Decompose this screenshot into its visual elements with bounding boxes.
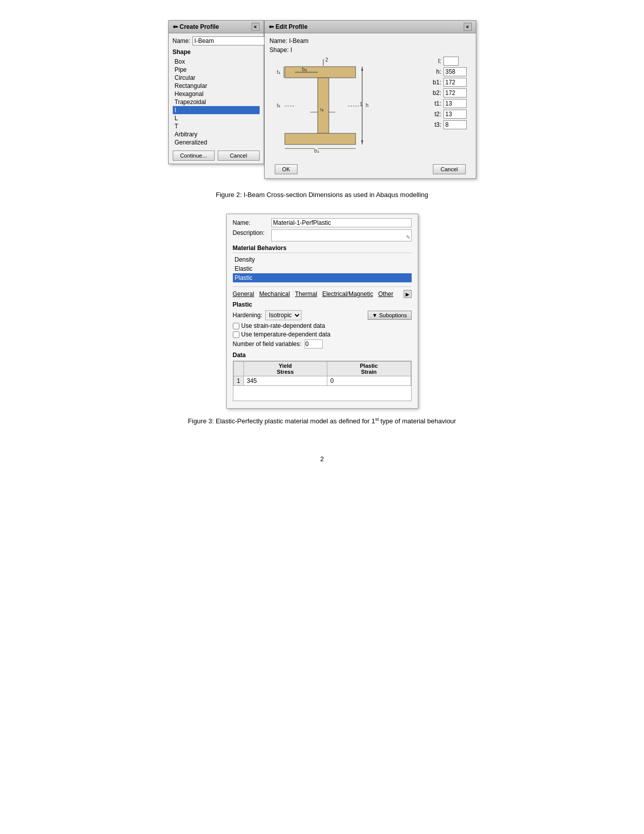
mat-field-vars-input[interactable]	[305, 339, 323, 349]
create-profile-title-left: ⬅ Create Profile	[173, 23, 219, 30]
mat-cb-temp[interactable]	[233, 331, 239, 338]
ibeam-svg: 2 b₂ 1 t₂ h t₃	[270, 57, 381, 158]
figure3-sup: st	[375, 417, 379, 422]
create-profile-titlebar: ⬅ Create Profile ×	[169, 21, 264, 33]
ep-ok-cancel: OK Cancel	[270, 164, 471, 174]
mat-data-table: YieldStress PlasticStrain 1 345 0	[233, 361, 411, 386]
cp-buttons: Continue... Cancel	[173, 151, 260, 161]
svg-rect-2	[285, 133, 356, 144]
ep-b2-label: b2:	[430, 89, 441, 96]
ep-params: l: h: b1: b2:	[430, 57, 471, 159]
mat-menu-other[interactable]: Other	[378, 290, 393, 298]
mat-row-num: 1	[233, 376, 243, 386]
mat-data-label: Data	[233, 352, 412, 359]
ep-h-label: h:	[430, 68, 441, 75]
material-body: Name: Description: ✎ Material Behaviors …	[227, 214, 418, 408]
ep-param-t3: t3:	[430, 120, 471, 129]
material-dialog: Name: Description: ✎ Material Behaviors …	[226, 214, 418, 409]
mat-cb-temp-label: Use temperature-dependent data	[241, 331, 331, 338]
svg-text:2: 2	[325, 57, 328, 63]
mat-checkbox-strain: Use strain-rate-dependent data	[233, 322, 412, 329]
ep-t1-input[interactable]	[443, 99, 467, 108]
svg-text:t₃: t₃	[320, 107, 324, 112]
ep-b1-input[interactable]	[443, 78, 467, 87]
create-profile-dialog: ⬅ Create Profile × Name: Shape Box Pipe …	[168, 20, 264, 164]
mat-menus: General Mechanical Thermal Electrical/Ma…	[233, 290, 393, 298]
dialogs-row: ⬅ Create Profile × Name: Shape Box Pipe …	[168, 20, 476, 179]
mat-menu-mechanical[interactable]: Mechanical	[259, 290, 290, 298]
mat-menu-bar: General Mechanical Thermal Electrical/Ma…	[233, 290, 412, 298]
ep-ok-btn[interactable]: OK	[275, 164, 298, 174]
cp-continue-btn[interactable]: Continue...	[173, 151, 215, 161]
cp-shape-hexagonal[interactable]: Hexagonal	[173, 90, 260, 98]
cp-shape-l[interactable]: L	[173, 114, 260, 122]
ep-body: Name: I-Beam Shape: I	[265, 33, 476, 178]
mat-hardening-select[interactable]: Isotropic	[265, 310, 302, 320]
mat-suboptions-btn[interactable]: ▼ Suboptions	[368, 311, 412, 320]
cp-shape-rectangular[interactable]: Rectangular	[173, 82, 260, 90]
edit-profile-close-btn[interactable]: ×	[464, 23, 472, 31]
ep-b1-label: b1:	[430, 79, 441, 86]
cp-cancel-btn[interactable]: Cancel	[218, 151, 260, 161]
cp-shape-circular[interactable]: Circular	[173, 74, 260, 82]
mat-menu-electrical[interactable]: Electrical/Magnetic	[322, 290, 373, 298]
create-profile-close-btn[interactable]: ×	[252, 23, 260, 31]
mat-behavior-elastic[interactable]: Elastic	[233, 264, 412, 273]
mat-plastic-strain-cell[interactable]: 0	[327, 376, 411, 386]
ep-t1-label: t1:	[430, 100, 441, 107]
figure3-caption-text: Figure 3: Elastic-Perfectly plastic mate…	[188, 417, 375, 425]
cp-shape-arbitrary[interactable]: Arbitrary	[173, 130, 260, 138]
mat-hardening-row: Hardening: Isotropic ▼ Suboptions	[233, 310, 412, 320]
ep-t3-input[interactable]	[443, 120, 467, 129]
cp-shape-pipe[interactable]: Pipe	[173, 66, 260, 74]
table-row: 1 345 0	[233, 376, 411, 386]
ep-cancel-btn[interactable]: Cancel	[433, 164, 465, 174]
mat-behavior-density[interactable]: Density	[233, 255, 412, 264]
svg-text:b₂: b₂	[302, 67, 307, 72]
edit-profile-dialog: ⬅ Edit Profile × Name: I-Beam Shape: I	[264, 20, 476, 179]
ep-name-row: Name: I-Beam	[270, 37, 471, 44]
mat-cb-strain[interactable]	[233, 323, 239, 329]
create-profile-arrow-icon: ⬅	[173, 23, 178, 30]
mat-checkbox-temp: Use temperature-dependent data	[233, 331, 412, 338]
svg-text:t₁: t₁	[277, 69, 280, 75]
mat-desc-box[interactable]: ✎	[271, 229, 412, 241]
ep-param-h: h:	[430, 67, 471, 76]
ep-h-input[interactable]	[443, 67, 467, 76]
ep-l-input[interactable]	[443, 57, 459, 66]
cp-shape-generalized[interactable]: Generalized	[173, 138, 260, 146]
mat-cb-strain-label: Use strain-rate-dependent data	[241, 322, 325, 329]
ep-b2-input[interactable]	[443, 88, 467, 97]
ep-content: 2 b₂ 1 t₂ h t₃	[270, 57, 471, 159]
mat-desc-label: Description:	[233, 229, 268, 236]
cp-name-row: Name:	[173, 36, 260, 45]
mat-menu-thermal[interactable]: Thermal	[295, 290, 317, 298]
cp-shape-i[interactable]: I	[173, 106, 260, 114]
create-profile-title: Create Profile	[180, 23, 219, 30]
mat-menu-general[interactable]: General	[233, 290, 255, 298]
svg-rect-1	[318, 78, 329, 133]
cp-shape-trapezoidal[interactable]: Trapezoidal	[173, 98, 260, 106]
cp-shape-list: Box Pipe Circular Rectangular Hexagonal …	[173, 58, 260, 146]
mat-name-input[interactable]	[271, 218, 412, 227]
mat-expand-btn[interactable]: ▶	[404, 290, 412, 298]
mat-behaviors-label: Material Behaviors	[233, 244, 412, 253]
ep-t2-input[interactable]	[443, 110, 467, 119]
cp-shape-box[interactable]: Box	[173, 58, 260, 66]
figure3-caption-end: type of material behaviour	[379, 417, 456, 425]
cp-shape-t[interactable]: T	[173, 122, 260, 130]
mat-name-label: Name:	[233, 219, 268, 226]
mat-name-row: Name:	[233, 218, 412, 227]
create-profile-body: Name: Shape Box Pipe Circular Rectangula…	[169, 33, 264, 164]
mat-behavior-plastic[interactable]: Plastic	[233, 273, 412, 282]
svg-marker-23	[361, 140, 363, 143]
ep-diagram: 2 b₂ 1 t₂ h t₃	[270, 57, 425, 159]
mat-yield-stress-cell[interactable]: 345	[243, 376, 327, 386]
ep-name-value: I-Beam	[289, 37, 309, 44]
mat-data-area: YieldStress PlasticStrain 1 345 0	[233, 361, 412, 401]
page-number: 2	[320, 455, 324, 463]
ep-param-t2: t2:	[430, 110, 471, 119]
cp-shape-label: Shape	[173, 48, 260, 56]
cp-name-input[interactable]	[192, 36, 272, 45]
mat-hardening-label: Hardening:	[233, 312, 263, 319]
